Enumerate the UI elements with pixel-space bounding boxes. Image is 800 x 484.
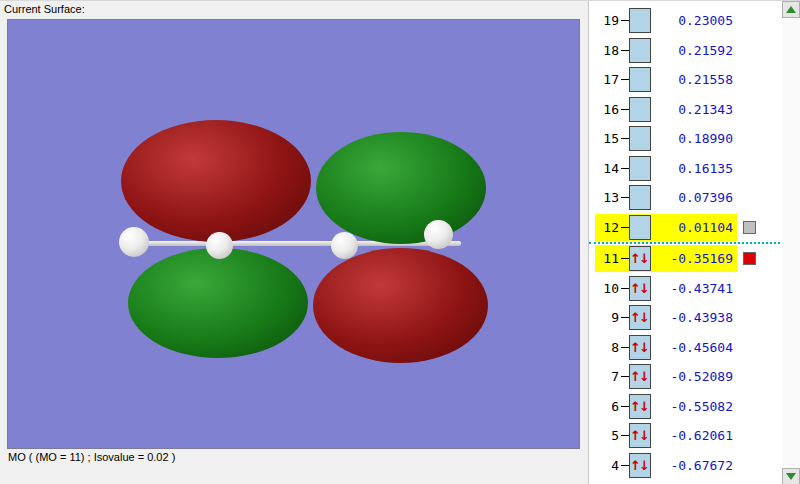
orbital-row-main: 140.16135 <box>595 155 737 182</box>
orbital-row-10[interactable]: 10↑↓-0.43741 <box>589 274 782 304</box>
orbital-energy-value: -0.67672 <box>659 458 733 473</box>
orbital-number: 4 <box>597 458 619 473</box>
orbital-occupancy-box[interactable]: ↑↓ <box>629 394 651 419</box>
orbital-number: 16 <box>597 102 619 117</box>
orbital-occupancy-box[interactable]: ↑↓ <box>629 276 651 301</box>
orbital-energy-value: 0.21592 <box>659 43 733 58</box>
orbital-occupancy-box[interactable]: ↑↓ <box>629 364 651 389</box>
orbital-number: 14 <box>597 161 619 176</box>
orbital-tick <box>621 20 629 21</box>
orbital-tick <box>621 347 629 348</box>
orbital-row-12[interactable]: 120.01104 <box>589 213 782 243</box>
orbital-energy-value: -0.35169 <box>659 251 733 266</box>
orbital-tick <box>621 317 629 318</box>
orbital-occupancy-box[interactable] <box>629 97 651 122</box>
orbital-row-9[interactable]: 9↑↓-0.43938 <box>589 303 782 333</box>
orbital-row-main: 8↑↓-0.45604 <box>595 334 737 361</box>
orbital-color-swatch[interactable] <box>743 252 756 265</box>
orbital-tick <box>621 168 629 169</box>
orbital-occupancy-box[interactable] <box>629 185 651 210</box>
orbital-occupancy-box[interactable] <box>629 8 651 33</box>
orbital-number: 5 <box>597 428 619 443</box>
orbital-energy-value: 0.21558 <box>659 72 733 87</box>
orbital-occupancy-box[interactable]: ↑↓ <box>629 246 651 271</box>
orbital-number: 12 <box>597 220 619 235</box>
spin-down-arrow-icon: ↓ <box>639 311 650 324</box>
mo-isovalue-caption: MO ( (MO = 11) ; Isovalue = 0.02 ) <box>8 451 175 463</box>
orbital-list: 190.23005180.21592170.21558160.21343150.… <box>589 1 782 484</box>
down-arrow-icon <box>786 473 796 480</box>
orbital-row-main: 10↑↓-0.43741 <box>595 275 737 302</box>
orbital-tick <box>621 258 629 259</box>
orbital-occupancy-box[interactable]: ↑↓ <box>629 423 651 448</box>
orbital-tick <box>621 50 629 51</box>
orbital-tick <box>621 288 629 289</box>
orbital-occupancy-box[interactable] <box>629 67 651 92</box>
orbital-row-18[interactable]: 180.21592 <box>589 36 782 66</box>
spin-down-arrow-icon: ↓ <box>639 370 650 383</box>
orbital-row-17[interactable]: 170.21558 <box>589 65 782 95</box>
orbital-row-7[interactable]: 7↑↓-0.52089 <box>589 362 782 392</box>
orbital-row-8[interactable]: 8↑↓-0.45604 <box>589 333 782 363</box>
orbital-number: 9 <box>597 310 619 325</box>
orbital-row-16[interactable]: 160.21343 <box>589 95 782 125</box>
scroll-up-button[interactable] <box>782 1 800 18</box>
orbital-color-swatch[interactable] <box>743 221 756 234</box>
orbital-energy-value: -0.52089 <box>659 369 733 384</box>
orbital-occupancy-box[interactable]: ↑↓ <box>629 335 651 360</box>
orbital-energy-value: -0.45604 <box>659 340 733 355</box>
orbital-energy-value: 0.07396 <box>659 190 733 205</box>
app-window: Current Surface: MO ( (MO = 11) ; Isoval… <box>0 0 800 484</box>
orbital-occupancy-box[interactable] <box>629 215 651 240</box>
spin-down-arrow-icon: ↓ <box>639 341 650 354</box>
hydrogen-atom <box>424 220 453 249</box>
orbital-row-14[interactable]: 140.16135 <box>589 154 782 184</box>
orbital-energy-value: -0.62061 <box>659 428 733 443</box>
orbital-number: 18 <box>597 43 619 58</box>
orbital-occupancy-box[interactable]: ↑↓ <box>629 453 651 478</box>
orbital-occupancy-box[interactable] <box>629 38 651 63</box>
spin-down-arrow-icon: ↓ <box>639 400 650 413</box>
orbital-tick <box>621 138 629 139</box>
orbital-row-6[interactable]: 6↑↓-0.55082 <box>589 392 782 422</box>
orbital-row-4[interactable]: 4↑↓-0.67672 <box>589 451 782 481</box>
hydrogen-atom <box>206 232 233 259</box>
surface-pane: Current Surface: MO ( (MO = 11) ; Isoval… <box>0 1 586 484</box>
orbital-number: 6 <box>597 399 619 414</box>
orbital-row-main: 170.21558 <box>595 66 737 93</box>
scrollbar-track[interactable] <box>782 18 800 468</box>
orbital-list-scrollbar[interactable] <box>782 1 800 484</box>
orbital-tick <box>621 227 629 228</box>
orbital-row-15[interactable]: 150.18990 <box>589 124 782 154</box>
orbital-row-main: 6↑↓-0.55082 <box>595 393 737 420</box>
orbital-row-11[interactable]: 11↑↓-0.35169 <box>589 244 782 274</box>
orbital-number: 15 <box>597 131 619 146</box>
orbital-row-main: 150.18990 <box>595 125 737 152</box>
orbital-row-main: 120.01104 <box>595 214 737 241</box>
orbital-row-main: 7↑↓-0.52089 <box>595 363 737 390</box>
orbital-number: 8 <box>597 340 619 355</box>
orbital-energy-value: 0.21343 <box>659 102 733 117</box>
orbital-occupancy-box[interactable] <box>629 156 651 181</box>
orbital-tick <box>621 406 629 407</box>
molecule-viewport[interactable] <box>7 19 580 449</box>
orbital-occupancy-box[interactable] <box>629 126 651 151</box>
homo-lumo-separator <box>589 242 780 244</box>
orbital-energy-value: 0.18990 <box>659 131 733 146</box>
orbital-energy-value: -0.43938 <box>659 310 733 325</box>
orbital-row-main: 4↑↓-0.67672 <box>595 452 737 479</box>
orbital-row-main: 180.21592 <box>595 37 737 64</box>
orbital-occupancy-box[interactable]: ↑↓ <box>629 305 651 330</box>
orbital-energy-value: 0.23005 <box>659 13 733 28</box>
orbital-number: 17 <box>597 72 619 87</box>
spin-down-arrow-icon: ↓ <box>639 282 650 295</box>
current-surface-label: Current Surface: <box>4 3 85 15</box>
orbital-row-19[interactable]: 190.23005 <box>589 6 782 36</box>
orbital-row-13[interactable]: 130.07396 <box>589 183 782 213</box>
orbital-number: 10 <box>597 281 619 296</box>
orbital-energy-value: -0.43741 <box>659 281 733 296</box>
orbital-row-main: 190.23005 <box>595 7 737 34</box>
orbital-row-5[interactable]: 5↑↓-0.62061 <box>589 421 782 451</box>
orbital-number: 13 <box>597 190 619 205</box>
scroll-down-button[interactable] <box>782 468 800 484</box>
